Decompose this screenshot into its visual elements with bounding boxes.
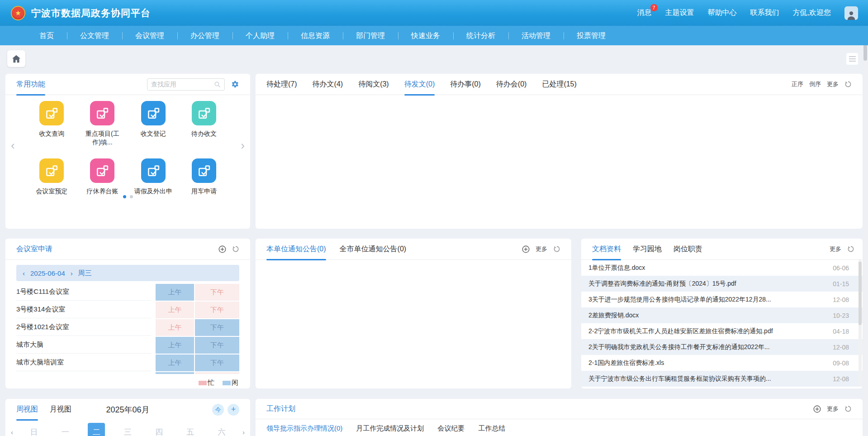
tab-month-view[interactable]: 月视图 <box>50 399 71 420</box>
tab-to-send[interactable]: 待发文(0) <box>404 74 435 95</box>
carousel-dot-2[interactable] <box>130 195 133 198</box>
tab-todo-tasks[interactable]: 待办事(0) <box>450 74 481 95</box>
app-shortcut-vehicle-request[interactable]: 用车申请 <box>179 158 229 196</box>
scrollbar-thumb[interactable] <box>859 262 862 325</box>
room-pm-slot[interactable]: 下午 <box>194 354 239 371</box>
nav-item-activities[interactable]: 活动管理 <box>508 26 564 45</box>
refresh-icon[interactable] <box>232 245 239 253</box>
tab-pending[interactable]: 待处理(7) <box>266 74 297 95</box>
more-button[interactable]: 更多 <box>830 245 841 253</box>
add-circle-icon[interactable] <box>218 245 226 253</box>
messages-link[interactable]: 消息 7 <box>637 8 652 18</box>
home-button[interactable] <box>7 50 25 67</box>
sort-asc-button[interactable]: 正序 <box>792 80 803 88</box>
carousel-prev-icon[interactable]: ‹ <box>11 139 15 151</box>
app-shortcut-meeting-room-booking[interactable]: 会议室预定 <box>26 158 77 196</box>
next-week-icon[interactable]: › <box>242 428 245 436</box>
refresh-icon[interactable] <box>844 405 852 412</box>
tab-meeting-minutes[interactable]: 会议纪要 <box>437 419 465 436</box>
document-row[interactable]: 3关于进一步规范使用公务接待电话记录单的通知2022年12月28... 12-0… <box>581 292 863 307</box>
refresh-icon[interactable] <box>553 245 560 253</box>
nav-item-voting[interactable]: 投票管理 <box>564 26 619 45</box>
menu-toggle-icon[interactable] <box>846 53 858 65</box>
nav-item-meetings[interactable]: 会议管理 <box>122 26 177 45</box>
refresh-icon[interactable] <box>847 245 854 253</box>
room-pm-slot[interactable]: 下午 <box>194 283 239 301</box>
help-center-link[interactable]: 帮助中心 <box>708 8 737 18</box>
tab-documents[interactable]: 文档资料 <box>592 239 621 260</box>
next-day-icon[interactable]: › <box>71 269 73 277</box>
more-button[interactable]: 更多 <box>827 405 839 413</box>
tab-processed[interactable]: 已处理(15) <box>542 74 576 95</box>
document-row[interactable]: 1单位开票信息.docx 06-06 <box>581 260 863 276</box>
tab-common-functions[interactable]: 常用功能 <box>16 74 45 95</box>
app-shortcut-receive-register[interactable]: 收文登记 <box>128 101 179 147</box>
app-shortcut-leave-request[interactable]: 请假及外出申 <box>128 158 179 196</box>
sort-desc-button[interactable]: 倒序 <box>809 80 821 88</box>
nav-item-departments[interactable]: 部门管理 <box>343 26 398 45</box>
app-shortcut-wellness-ledger[interactable]: 疗休养台账 <box>77 158 128 196</box>
add-circle-icon[interactable] <box>522 245 530 253</box>
carousel-next-icon[interactable]: › <box>241 139 245 151</box>
room-am-slot[interactable]: 上午 <box>155 301 194 318</box>
tab-todo-docs[interactable]: 待办文(4) <box>313 74 343 95</box>
tab-learning[interactable]: 学习园地 <box>633 239 662 260</box>
app-search-box[interactable] <box>147 78 225 91</box>
app-search-input[interactable] <box>151 81 214 88</box>
add-circle-icon[interactable] <box>813 405 821 413</box>
document-row[interactable]: 2-1国内差旅住宿费标准.xls 09-08 <box>581 355 863 371</box>
more-button[interactable]: 更多 <box>827 80 839 88</box>
tab-todo-meetings[interactable]: 待办会(0) <box>496 74 527 95</box>
app-shortcut-receive-query[interactable]: 收文查询 <box>26 101 77 147</box>
carousel-dot-1[interactable] <box>123 195 126 198</box>
weekday-mon[interactable]: 一 <box>57 423 74 436</box>
room-am-slot[interactable]: 上午 <box>155 336 194 354</box>
documents-scrollbar[interactable] <box>859 260 862 387</box>
more-button[interactable]: 更多 <box>536 245 547 253</box>
tab-leader-instructions[interactable]: 领导批示指示办理情况(0) <box>266 419 342 436</box>
room-am-slot[interactable]: 上午 <box>155 283 194 301</box>
tab-week-view[interactable]: 周视图 <box>16 399 38 420</box>
tab-work-summary[interactable]: 工作总结 <box>478 419 505 436</box>
nav-item-statistics[interactable]: 统计分析 <box>453 26 508 45</box>
theme-settings-link[interactable]: 主题设置 <box>665 8 694 18</box>
app-shortcut-key-projects[interactable]: 重点项目(工作)填... <box>77 101 128 147</box>
room-pm-slot[interactable]: 下午 <box>194 318 239 336</box>
document-row[interactable]: 关于宁波市市级公务出行车辆租赁服务框架协议采购有关事项的... 12-08 <box>581 371 863 387</box>
user-welcome-link[interactable]: 方侃,欢迎您 <box>793 8 831 18</box>
weekday-sat[interactable]: 六 <box>213 423 230 436</box>
room-am-slot[interactable]: 上午 <box>155 318 194 336</box>
nav-item-assistant[interactable]: 个人助理 <box>232 26 288 45</box>
contact-us-link[interactable]: 联系我们 <box>750 8 779 18</box>
prev-week-icon[interactable]: ‹ <box>11 428 13 436</box>
weekday-thu[interactable]: 四 <box>151 423 168 436</box>
room-pm-slot[interactable]: 下午 <box>194 301 239 318</box>
nav-item-official-docs[interactable]: 公文管理 <box>67 26 122 45</box>
document-row[interactable]: 2-2宁波市市级机关工作人员赴雄安新区差旅住宿费标准的通知.pdf 04-18 <box>581 323 863 339</box>
settings-gear-icon[interactable] <box>230 80 239 89</box>
room-am-slot[interactable]: 上午 <box>155 354 194 371</box>
document-row[interactable]: 2关于明确我市党政机关公务接待工作餐开支标准的通知2022年... 12-08 <box>581 339 863 355</box>
document-row[interactable]: 关于调整咨询费标准的通知-甬财预〔2024〕15号.pdf 01-15 <box>581 276 863 292</box>
nav-item-home[interactable]: 首页 <box>26 26 67 45</box>
tab-city-notices[interactable]: 全市单位通知公告(0) <box>340 239 407 260</box>
document-row[interactable]: 2差旅费报销.docx 10-23 <box>581 307 863 323</box>
tab-to-read[interactable]: 待阅文(3) <box>358 74 389 95</box>
nav-item-quick-services[interactable]: 快速业务 <box>398 26 453 45</box>
prev-day-icon[interactable]: ‹ <box>23 269 25 277</box>
meeting-date[interactable]: 2025-06-04 <box>30 269 65 277</box>
add-event-button[interactable]: + <box>228 404 239 416</box>
app-shortcut-pending-receive[interactable]: 待办收文 <box>179 101 229 147</box>
nav-item-office[interactable]: 办公管理 <box>177 26 232 45</box>
nav-item-info-resources[interactable]: 信息资源 <box>288 26 343 45</box>
page-scrollbar[interactable] <box>863 0 868 436</box>
room-pm-slot[interactable]: 下午 <box>194 336 239 354</box>
weekday-fri[interactable]: 五 <box>182 423 199 436</box>
user-avatar-icon[interactable] <box>844 6 858 20</box>
weekday-sun[interactable]: 日 <box>25 423 43 436</box>
tab-local-notices[interactable]: 本单位通知公告(0) <box>266 239 326 260</box>
today-button[interactable]: 今 <box>212 404 224 416</box>
refresh-icon[interactable] <box>844 81 852 88</box>
tab-monthly-work[interactable]: 月工作完成情况及计划 <box>356 419 424 436</box>
weekday-wed[interactable]: 三 <box>119 423 136 436</box>
